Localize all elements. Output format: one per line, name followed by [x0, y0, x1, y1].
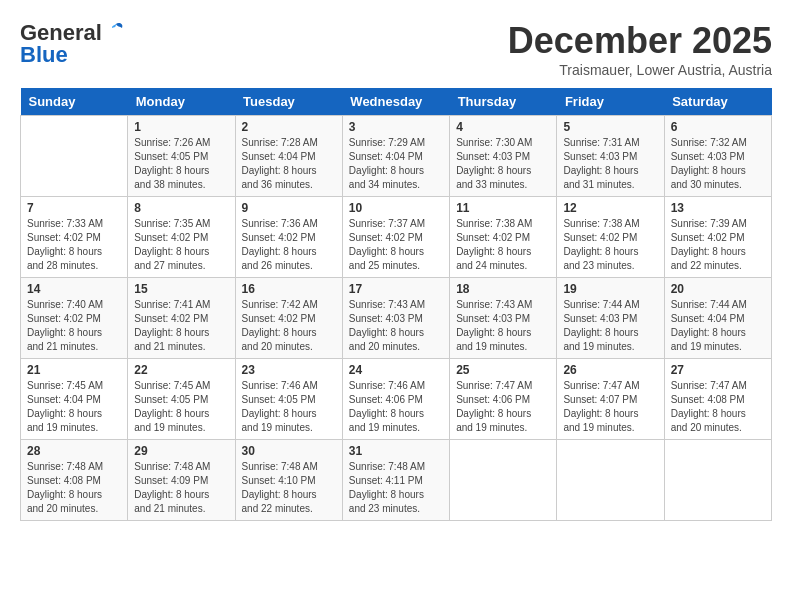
- day-number: 31: [349, 444, 443, 458]
- day-info: Sunrise: 7:48 AM Sunset: 4:10 PM Dayligh…: [242, 460, 336, 516]
- day-info: Sunrise: 7:37 AM Sunset: 4:02 PM Dayligh…: [349, 217, 443, 273]
- day-info: Sunrise: 7:40 AM Sunset: 4:02 PM Dayligh…: [27, 298, 121, 354]
- month-title: December 2025: [508, 20, 772, 62]
- calendar-cell: 28Sunrise: 7:48 AM Sunset: 4:08 PM Dayli…: [21, 440, 128, 521]
- calendar-cell: 7Sunrise: 7:33 AM Sunset: 4:02 PM Daylig…: [21, 197, 128, 278]
- day-info: Sunrise: 7:48 AM Sunset: 4:08 PM Dayligh…: [27, 460, 121, 516]
- day-info: Sunrise: 7:42 AM Sunset: 4:02 PM Dayligh…: [242, 298, 336, 354]
- calendar-cell: 17Sunrise: 7:43 AM Sunset: 4:03 PM Dayli…: [342, 278, 449, 359]
- day-info: Sunrise: 7:44 AM Sunset: 4:04 PM Dayligh…: [671, 298, 765, 354]
- calendar-cell: 24Sunrise: 7:46 AM Sunset: 4:06 PM Dayli…: [342, 359, 449, 440]
- logo-bird-icon: [104, 20, 126, 42]
- calendar-cell: 26Sunrise: 7:47 AM Sunset: 4:07 PM Dayli…: [557, 359, 664, 440]
- calendar-cell: [664, 440, 771, 521]
- day-info: Sunrise: 7:45 AM Sunset: 4:05 PM Dayligh…: [134, 379, 228, 435]
- day-info: Sunrise: 7:47 AM Sunset: 4:06 PM Dayligh…: [456, 379, 550, 435]
- day-number: 16: [242, 282, 336, 296]
- calendar-cell: 9Sunrise: 7:36 AM Sunset: 4:02 PM Daylig…: [235, 197, 342, 278]
- day-number: 10: [349, 201, 443, 215]
- day-number: 4: [456, 120, 550, 134]
- day-number: 9: [242, 201, 336, 215]
- column-header-friday: Friday: [557, 88, 664, 116]
- calendar-cell: 29Sunrise: 7:48 AM Sunset: 4:09 PM Dayli…: [128, 440, 235, 521]
- day-info: Sunrise: 7:39 AM Sunset: 4:02 PM Dayligh…: [671, 217, 765, 273]
- day-info: Sunrise: 7:43 AM Sunset: 4:03 PM Dayligh…: [456, 298, 550, 354]
- calendar-cell: 20Sunrise: 7:44 AM Sunset: 4:04 PM Dayli…: [664, 278, 771, 359]
- calendar-cell: 22Sunrise: 7:45 AM Sunset: 4:05 PM Dayli…: [128, 359, 235, 440]
- day-number: 23: [242, 363, 336, 377]
- calendar-cell: 8Sunrise: 7:35 AM Sunset: 4:02 PM Daylig…: [128, 197, 235, 278]
- calendar-cell: 23Sunrise: 7:46 AM Sunset: 4:05 PM Dayli…: [235, 359, 342, 440]
- day-number: 30: [242, 444, 336, 458]
- calendar-cell: 12Sunrise: 7:38 AM Sunset: 4:02 PM Dayli…: [557, 197, 664, 278]
- day-number: 25: [456, 363, 550, 377]
- calendar-cell: 1Sunrise: 7:26 AM Sunset: 4:05 PM Daylig…: [128, 116, 235, 197]
- day-number: 13: [671, 201, 765, 215]
- day-info: Sunrise: 7:36 AM Sunset: 4:02 PM Dayligh…: [242, 217, 336, 273]
- day-number: 7: [27, 201, 121, 215]
- column-header-wednesday: Wednesday: [342, 88, 449, 116]
- day-number: 27: [671, 363, 765, 377]
- day-info: Sunrise: 7:32 AM Sunset: 4:03 PM Dayligh…: [671, 136, 765, 192]
- day-info: Sunrise: 7:33 AM Sunset: 4:02 PM Dayligh…: [27, 217, 121, 273]
- calendar-cell: [557, 440, 664, 521]
- day-info: Sunrise: 7:48 AM Sunset: 4:11 PM Dayligh…: [349, 460, 443, 516]
- day-info: Sunrise: 7:41 AM Sunset: 4:02 PM Dayligh…: [134, 298, 228, 354]
- day-number: 17: [349, 282, 443, 296]
- calendar-cell: 18Sunrise: 7:43 AM Sunset: 4:03 PM Dayli…: [450, 278, 557, 359]
- day-number: 11: [456, 201, 550, 215]
- calendar-cell: 30Sunrise: 7:48 AM Sunset: 4:10 PM Dayli…: [235, 440, 342, 521]
- day-info: Sunrise: 7:43 AM Sunset: 4:03 PM Dayligh…: [349, 298, 443, 354]
- day-info: Sunrise: 7:44 AM Sunset: 4:03 PM Dayligh…: [563, 298, 657, 354]
- day-info: Sunrise: 7:46 AM Sunset: 4:06 PM Dayligh…: [349, 379, 443, 435]
- day-info: Sunrise: 7:31 AM Sunset: 4:03 PM Dayligh…: [563, 136, 657, 192]
- day-number: 21: [27, 363, 121, 377]
- page-header: General Blue December 2025 Traismauer, L…: [20, 20, 772, 78]
- column-header-monday: Monday: [128, 88, 235, 116]
- day-number: 19: [563, 282, 657, 296]
- calendar-cell: 2Sunrise: 7:28 AM Sunset: 4:04 PM Daylig…: [235, 116, 342, 197]
- day-info: Sunrise: 7:28 AM Sunset: 4:04 PM Dayligh…: [242, 136, 336, 192]
- day-info: Sunrise: 7:29 AM Sunset: 4:04 PM Dayligh…: [349, 136, 443, 192]
- calendar-cell: 10Sunrise: 7:37 AM Sunset: 4:02 PM Dayli…: [342, 197, 449, 278]
- calendar-cell: 4Sunrise: 7:30 AM Sunset: 4:03 PM Daylig…: [450, 116, 557, 197]
- day-number: 20: [671, 282, 765, 296]
- calendar-cell: 14Sunrise: 7:40 AM Sunset: 4:02 PM Dayli…: [21, 278, 128, 359]
- column-header-sunday: Sunday: [21, 88, 128, 116]
- day-info: Sunrise: 7:45 AM Sunset: 4:04 PM Dayligh…: [27, 379, 121, 435]
- calendar-cell: 3Sunrise: 7:29 AM Sunset: 4:04 PM Daylig…: [342, 116, 449, 197]
- day-info: Sunrise: 7:38 AM Sunset: 4:02 PM Dayligh…: [563, 217, 657, 273]
- day-number: 29: [134, 444, 228, 458]
- calendar-cell: 6Sunrise: 7:32 AM Sunset: 4:03 PM Daylig…: [664, 116, 771, 197]
- day-number: 12: [563, 201, 657, 215]
- calendar-cell: 16Sunrise: 7:42 AM Sunset: 4:02 PM Dayli…: [235, 278, 342, 359]
- day-number: 14: [27, 282, 121, 296]
- day-number: 6: [671, 120, 765, 134]
- logo: General Blue: [20, 20, 126, 68]
- calendar-cell: 31Sunrise: 7:48 AM Sunset: 4:11 PM Dayli…: [342, 440, 449, 521]
- day-number: 18: [456, 282, 550, 296]
- calendar-cell: 21Sunrise: 7:45 AM Sunset: 4:04 PM Dayli…: [21, 359, 128, 440]
- day-info: Sunrise: 7:30 AM Sunset: 4:03 PM Dayligh…: [456, 136, 550, 192]
- day-number: 8: [134, 201, 228, 215]
- day-number: 15: [134, 282, 228, 296]
- calendar-table: SundayMondayTuesdayWednesdayThursdayFrid…: [20, 88, 772, 521]
- day-number: 3: [349, 120, 443, 134]
- calendar-cell: [450, 440, 557, 521]
- calendar-cell: [21, 116, 128, 197]
- day-number: 24: [349, 363, 443, 377]
- day-number: 1: [134, 120, 228, 134]
- day-info: Sunrise: 7:26 AM Sunset: 4:05 PM Dayligh…: [134, 136, 228, 192]
- calendar-cell: 27Sunrise: 7:47 AM Sunset: 4:08 PM Dayli…: [664, 359, 771, 440]
- day-info: Sunrise: 7:48 AM Sunset: 4:09 PM Dayligh…: [134, 460, 228, 516]
- calendar-cell: 5Sunrise: 7:31 AM Sunset: 4:03 PM Daylig…: [557, 116, 664, 197]
- logo-blue-text: Blue: [20, 42, 68, 68]
- day-number: 26: [563, 363, 657, 377]
- column-header-tuesday: Tuesday: [235, 88, 342, 116]
- day-info: Sunrise: 7:38 AM Sunset: 4:02 PM Dayligh…: [456, 217, 550, 273]
- calendar-cell: 15Sunrise: 7:41 AM Sunset: 4:02 PM Dayli…: [128, 278, 235, 359]
- column-header-thursday: Thursday: [450, 88, 557, 116]
- day-info: Sunrise: 7:35 AM Sunset: 4:02 PM Dayligh…: [134, 217, 228, 273]
- day-number: 28: [27, 444, 121, 458]
- day-info: Sunrise: 7:46 AM Sunset: 4:05 PM Dayligh…: [242, 379, 336, 435]
